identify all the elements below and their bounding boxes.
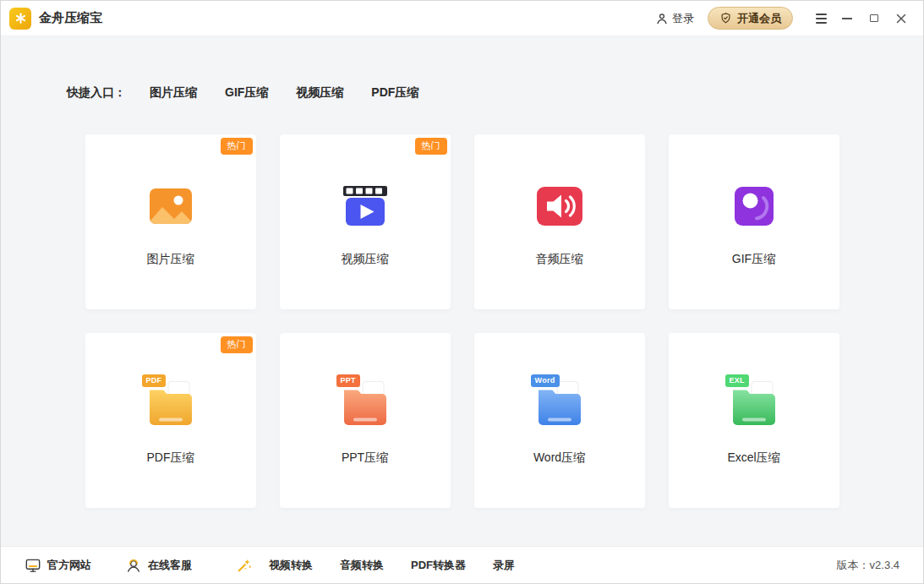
card-word-compress[interactable]: Word Word压缩 — [474, 333, 645, 508]
card-label: 图片压缩 — [147, 252, 194, 267]
version-label: 版本：v2.3.4 — [837, 558, 899, 573]
card-label: GIF压缩 — [732, 252, 775, 267]
footer-link-screen-record[interactable]: 录屏 — [493, 558, 515, 573]
tools-icon — [236, 557, 253, 574]
footer-link-video-convert[interactable]: 视频转换 — [269, 558, 313, 573]
footer-link-pdf-converter[interactable]: PDF转换器 — [411, 558, 466, 573]
hot-badge: 热门 — [221, 138, 253, 155]
card-image-compress[interactable]: 热门 图片压缩 — [85, 134, 256, 309]
quick-link-video-compress[interactable]: 视频压缩 — [296, 85, 343, 101]
card-ppt-compress[interactable]: PPT PPT压缩 — [280, 333, 451, 508]
word-folder-icon: Word — [533, 378, 587, 432]
pdf-format-badge: PDF — [142, 374, 167, 387]
footer-link-label: 官方网站 — [47, 558, 91, 573]
maximize-button[interactable] — [862, 7, 886, 30]
card-label: 音频压缩 — [536, 252, 583, 267]
pdf-folder-icon: PDF — [144, 378, 198, 432]
menu-icon — [816, 14, 827, 24]
minimize-icon — [842, 18, 852, 19]
card-label: Excel压缩 — [727, 450, 779, 466]
gif-compress-icon — [727, 179, 781, 233]
card-label: 视频压缩 — [342, 252, 389, 267]
ppt-format-badge: PPT — [336, 374, 360, 387]
close-button[interactable] — [889, 7, 913, 30]
title-bar-actions: 登录 开通会员 — [655, 7, 913, 30]
card-label: PPT压缩 — [342, 450, 388, 466]
card-video-compress[interactable]: 热门 视频压缩 — [280, 134, 451, 309]
footer-tools-group: 视频转换 音频转换 PDF转换器 录屏 — [236, 557, 515, 574]
footer-link-audio-convert[interactable]: 音频转换 — [340, 558, 384, 573]
app-window: 金舟压缩宝 登录 开通会员 — [0, 0, 924, 584]
quick-entry-row: 快捷入口： 图片压缩 GIF压缩 视频压缩 PDF压缩 — [67, 36, 923, 101]
website-icon — [25, 557, 41, 574]
video-compress-icon — [338, 179, 392, 233]
service-icon — [125, 557, 142, 574]
hot-badge: 热门 — [221, 336, 253, 353]
main-content: 快捷入口： 图片压缩 GIF压缩 视频压缩 PDF压缩 热门 — [1, 36, 923, 546]
membership-badge-icon — [719, 12, 732, 25]
excel-folder-icon: EXL — [727, 378, 781, 432]
image-compress-icon — [144, 179, 198, 233]
maximize-icon — [870, 14, 878, 22]
menu-button[interactable] — [810, 8, 832, 30]
close-icon — [896, 14, 906, 24]
quick-link-pdf-compress[interactable]: PDF压缩 — [371, 85, 418, 101]
card-audio-compress[interactable]: 音频压缩 — [474, 134, 645, 309]
quick-entry-label: 快捷入口： — [67, 85, 126, 101]
login-label: 登录 — [672, 11, 694, 26]
hot-badge: 热门 — [415, 138, 447, 155]
card-excel-compress[interactable]: EXL Excel压缩 — [669, 333, 839, 508]
card-gif-compress[interactable]: GIF压缩 — [669, 134, 839, 309]
quick-link-image-compress[interactable]: 图片压缩 — [150, 85, 197, 101]
ppt-folder-icon: PPT — [338, 378, 392, 432]
footer-link-label: 在线客服 — [148, 558, 192, 573]
minimize-button[interactable] — [835, 7, 859, 30]
excel-format-badge: EXL — [725, 374, 749, 387]
footer-bar: 官方网站 在线客服 视频转换 音频转换 — [1, 546, 923, 583]
title-bar: 金舟压缩宝 登录 开通会员 — [1, 1, 923, 36]
feature-card-grid: 热门 图片压缩 热门 — [85, 134, 839, 508]
card-pdf-compress[interactable]: 热门 PDF PDF压缩 — [85, 333, 256, 508]
user-icon — [655, 12, 669, 25]
footer-link-official-website[interactable]: 官方网站 — [25, 557, 91, 574]
word-format-badge: Word — [531, 374, 560, 387]
card-label: PDF压缩 — [147, 450, 194, 466]
vip-label: 开通会员 — [737, 11, 781, 26]
audio-compress-icon — [533, 179, 587, 233]
app-logo-icon — [9, 8, 31, 30]
footer-link-online-service[interactable]: 在线客服 — [125, 557, 192, 574]
login-button[interactable]: 登录 — [655, 11, 694, 26]
app-title: 金舟压缩宝 — [39, 10, 102, 26]
vip-button[interactable]: 开通会员 — [708, 7, 793, 30]
card-label: Word压缩 — [533, 450, 585, 466]
quick-link-gif-compress[interactable]: GIF压缩 — [225, 85, 268, 101]
